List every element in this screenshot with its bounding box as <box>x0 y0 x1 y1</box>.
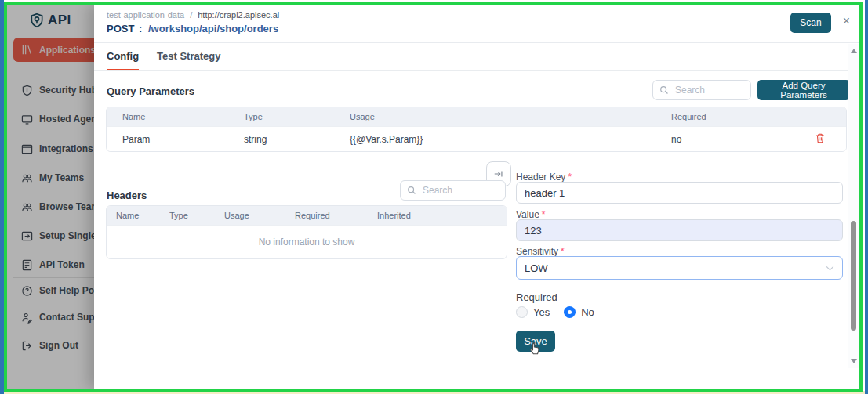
endpoint-path: /workshop/api/shop/orders <box>148 23 278 34</box>
column-header: Name <box>107 112 244 121</box>
column-header: Type <box>169 211 224 220</box>
arrow-to-bar-icon <box>493 168 504 179</box>
breadcrumb-host[interactable]: http://crapl2.apisec.ai <box>198 10 279 20</box>
cell-name: Param <box>107 134 244 145</box>
cell-required: no <box>671 134 815 145</box>
table-row[interactable]: Param string {{@Var.s.Param}} no <box>107 126 846 151</box>
query-parameters-search[interactable] <box>652 80 751 100</box>
table-header-row: Name Type Usage Required Inherited <box>107 206 507 225</box>
table-header-row: Name Type Usage Required <box>107 107 846 126</box>
screen: API Applications Security Hub Hosted Age… <box>0 0 868 394</box>
search-input[interactable] <box>421 184 499 197</box>
query-parameters-title: Query Parameters <box>107 85 194 97</box>
required-asterisk: * <box>542 209 546 220</box>
header-key-input[interactable] <box>516 182 843 204</box>
column-header: Required <box>671 112 815 121</box>
chevron-down-icon <box>826 266 834 271</box>
cell-type: string <box>244 134 350 145</box>
breadcrumb: test-application-data / http://crapl2.ap… <box>107 10 279 20</box>
tab-config[interactable]: Config <box>107 42 139 70</box>
search-input[interactable] <box>674 84 744 96</box>
header-key-label: Header Key* <box>516 172 572 183</box>
value-input[interactable] <box>516 219 843 241</box>
save-button[interactable]: Save <box>516 331 555 352</box>
column-header: Inherited <box>377 211 507 220</box>
scroll-down-arrow[interactable] <box>851 359 857 363</box>
sensitivity-label: Sensitivity* <box>516 246 565 257</box>
query-parameters-table: Name Type Usage Required Param string {{… <box>106 107 847 152</box>
cell-usage: {{@Var.s.Param}} <box>350 134 671 145</box>
breadcrumb-application[interactable]: test-application-data <box>107 10 184 20</box>
delete-icon[interactable] <box>815 132 826 144</box>
endpoint-colon: : <box>139 23 142 34</box>
headers-table: Name Type Usage Required Inherited No in… <box>106 205 507 259</box>
breadcrumb-separator: / <box>190 10 192 20</box>
app-window: API Applications Security Hub Hosted Age… <box>7 5 859 389</box>
radio-option-yes[interactable]: Yes <box>516 306 550 318</box>
column-header: Usage <box>224 211 295 220</box>
required-asterisk: * <box>568 172 572 183</box>
radio-option-no[interactable]: No <box>564 306 594 318</box>
column-header: Required <box>295 211 377 220</box>
endpoint-config-drawer: test-application-data / http://crapl2.ap… <box>94 5 859 389</box>
close-icon[interactable]: × <box>843 15 850 27</box>
endpoint-title: POST : /workshop/api/shop/orders <box>107 23 278 34</box>
search-icon <box>407 186 416 195</box>
add-query-parameters-button[interactable]: Add Query Parameters <box>757 80 850 100</box>
search-icon <box>659 85 669 95</box>
column-header: Name <box>107 211 169 220</box>
headers-search[interactable] <box>400 180 506 201</box>
radio-label: No <box>581 306 594 318</box>
value-label: Value* <box>516 209 545 220</box>
window-edge-left <box>0 0 4 394</box>
column-header: Type <box>244 112 350 121</box>
vertical-scrollbar[interactable] <box>848 44 859 368</box>
radio-icon-selected[interactable] <box>564 306 576 318</box>
window-edge-right <box>865 0 868 394</box>
http-method: POST <box>107 23 134 34</box>
tab-bar: Config Test Strategy <box>94 42 848 71</box>
empty-state-text: No information to show <box>107 225 507 258</box>
sensitivity-select[interactable]: LOW <box>516 256 843 280</box>
scan-button[interactable]: Scan <box>790 13 831 33</box>
required-asterisk: * <box>561 246 565 257</box>
required-group-label: Required <box>516 291 557 303</box>
sensitivity-value: LOW <box>525 262 548 274</box>
modal-backdrop <box>7 5 94 389</box>
column-header: Usage <box>350 112 671 121</box>
tab-test-strategy[interactable]: Test Strategy <box>157 42 220 70</box>
drawer-header: test-application-data / http://crapl2.ap… <box>94 5 859 43</box>
headers-title: Headers <box>107 190 147 201</box>
required-radio-group: Yes No <box>516 306 594 318</box>
scroll-up-arrow[interactable] <box>851 49 857 53</box>
radio-icon[interactable] <box>516 306 528 318</box>
scrollbar-thumb[interactable] <box>851 221 856 331</box>
radio-label: Yes <box>533 306 550 318</box>
window-bottom-strip <box>4 391 865 394</box>
